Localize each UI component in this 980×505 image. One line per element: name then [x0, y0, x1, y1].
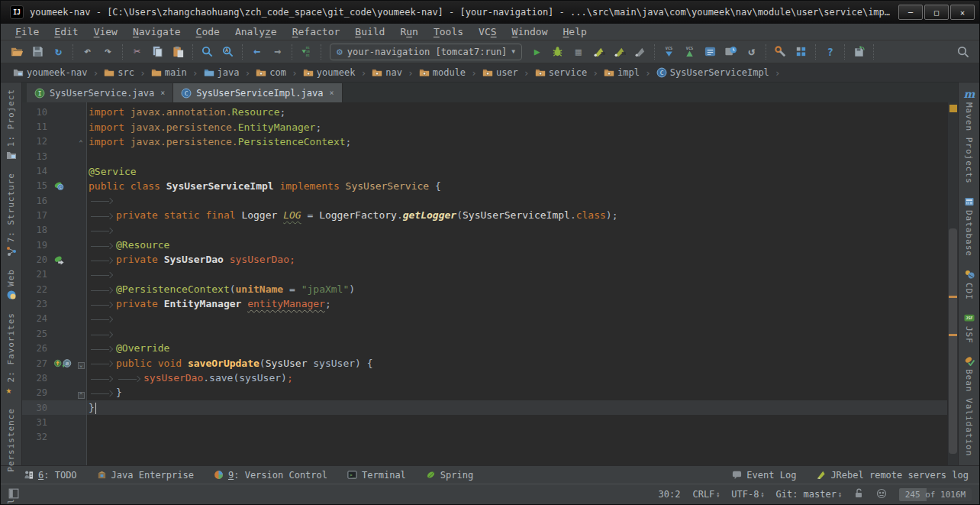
code-text[interactable]: @Override: [86, 342, 947, 354]
line-number[interactable]: 17: [22, 210, 53, 221]
menu-tools[interactable]: Tools: [427, 25, 470, 38]
line-number[interactable]: 18: [22, 225, 53, 235]
tool-window-button-maven-projects[interactable]: mMaven Projects: [964, 89, 975, 184]
copy-button[interactable]: [147, 43, 168, 61]
code-text[interactable]: public void saveOrUpdate(SysUser sysUser…: [86, 358, 947, 370]
code-text[interactable]: import javax.annotation.Resource;: [86, 106, 947, 118]
redo-button[interactable]: ↷: [98, 43, 118, 61]
tool-window-button-database[interactable]: Database: [964, 196, 975, 257]
code-line[interactable]: 19@Resource: [22, 238, 947, 252]
undo-button[interactable]: ↶: [77, 43, 98, 61]
line-ending-selector[interactable]: CRLF▲▼: [692, 489, 719, 500]
code-line[interactable]: 22@PersistenceContext(unitName = "jpaXml…: [22, 282, 947, 296]
code-line[interactable]: 13: [22, 149, 947, 163]
menu-view[interactable]: View: [87, 25, 124, 38]
code-line[interactable]: 29⌃}: [22, 386, 947, 400]
code-text[interactable]: sysUserDao.save(sysUser);: [86, 372, 947, 384]
breadcrumb-item-com[interactable]: com: [254, 67, 288, 78]
override-icon[interactable]: m: [53, 358, 74, 368]
jrebel-debug-button[interactable]: JR: [609, 43, 630, 61]
menu-build[interactable]: Build: [348, 25, 392, 38]
maximize-button[interactable]: □: [924, 5, 949, 20]
close-icon[interactable]: ×: [160, 89, 165, 97]
tool-window-button-6-todo[interactable]: 6: TODO: [24, 470, 77, 481]
menu-window[interactable]: Window: [505, 25, 555, 38]
line-number[interactable]: 24: [22, 313, 53, 324]
settings-button[interactable]: [770, 43, 791, 61]
breadcrumb-item-service[interactable]: service: [534, 67, 589, 78]
breadcrumb-item-user[interactable]: user: [481, 67, 520, 78]
line-number[interactable]: 11: [22, 121, 53, 132]
breadcrumb-item-sysuserserviceimpl[interactable]: CSysUserServiceImpl: [655, 67, 771, 78]
repository-button[interactable]: [700, 43, 720, 61]
line-number[interactable]: 19: [22, 240, 53, 251]
code-text[interactable]: [86, 328, 947, 340]
code-line[interactable]: 18: [22, 223, 947, 238]
help-button[interactable]: ?: [820, 43, 840, 61]
code-line[interactable]: 11import javax.persistence.EntityManager…: [22, 119, 947, 134]
tool-window-button-1-project[interactable]: 1: Project: [6, 89, 17, 160]
commit-button[interactable]: VCS: [679, 43, 700, 61]
tool-window-button-9-version-control[interactable]: 9: Version Control: [214, 470, 327, 481]
hotswap-button[interactable]: 011001: [296, 43, 317, 61]
menu-navigate[interactable]: Navigate: [126, 25, 188, 38]
code-text[interactable]: [86, 269, 947, 281]
code-line[interactable]: 24: [22, 312, 947, 326]
tool-window-button-2-favorites[interactable]: 2: Favorites★: [6, 312, 17, 396]
breadcrumb-item-impl[interactable]: impl: [602, 67, 641, 78]
breadcrumb-item-java[interactable]: java: [202, 67, 241, 78]
line-number[interactable]: 15: [22, 180, 53, 191]
line-number[interactable]: 23: [22, 299, 53, 309]
line-number[interactable]: 27: [22, 358, 53, 369]
tool-window-button-web[interactable]: Web: [6, 269, 17, 300]
tool-window-button-7-structure[interactable]: 7: Structure: [6, 173, 17, 256]
scrollbar-thumb[interactable]: [949, 228, 957, 454]
git-branch-selector[interactable]: Git: master▲▼: [776, 489, 842, 500]
project-structure-button[interactable]: [791, 43, 811, 61]
code-text[interactable]: import javax.persistence.PersistenceCont…: [86, 136, 947, 147]
tool-window-button-jrebel-remote-servers-log[interactable]: JRebel remote servers log: [816, 470, 969, 481]
code-editor[interactable]: 10import javax.annotation.Resource;11imp…: [22, 102, 947, 465]
code-text[interactable]: import javax.persistence.EntityManager;: [86, 121, 947, 133]
fold-marker[interactable]: ⌃: [76, 136, 86, 147]
tool-window-button-terminal[interactable]: >_Terminal: [347, 470, 406, 481]
code-line[interactable]: 20private SysUserDao sysUserDao;: [22, 252, 947, 267]
line-number[interactable]: 30: [22, 403, 53, 413]
code-line[interactable]: 14@Service: [22, 163, 947, 178]
debug-button[interactable]: [547, 43, 568, 61]
replace-button[interactable]: A: [218, 43, 238, 61]
code-line[interactable]: 17private static final Logger LOG = Logg…: [22, 208, 947, 222]
code-line[interactable]: 26@Override: [22, 342, 947, 356]
code-line[interactable]: 10import javax.annotation.Resource;: [22, 105, 947, 119]
close-button[interactable]: ✕: [950, 5, 975, 20]
run-button[interactable]: ▶: [527, 43, 547, 61]
line-number[interactable]: 16: [22, 196, 53, 206]
menu-vcs[interactable]: VCS: [472, 25, 503, 38]
inspection-indicator-icon[interactable]: [949, 105, 957, 112]
line-number[interactable]: 26: [22, 343, 53, 354]
code-text[interactable]: [86, 225, 947, 237]
line-number[interactable]: 21: [22, 269, 53, 280]
code-line[interactable]: 30}: [22, 400, 947, 415]
code-line[interactable]: 32: [22, 430, 947, 445]
save-all-button[interactable]: [27, 43, 48, 61]
synchronize-button[interactable]: ↻: [48, 43, 69, 61]
incoming-changes-button[interactable]: [720, 43, 741, 61]
breadcrumb-item-youmeek-nav[interactable]: youmeek-nav: [11, 67, 89, 78]
breadcrumb-item-nav[interactable]: nav: [370, 67, 404, 78]
code-text[interactable]: private SysUserDao sysUserDao;: [86, 254, 947, 266]
line-number[interactable]: 28: [22, 373, 53, 384]
back-button[interactable]: ←: [247, 43, 267, 61]
tool-window-button-el[interactable]: el: [6, 498, 16, 505]
code-text[interactable]: [86, 313, 947, 325]
line-number[interactable]: 13: [22, 151, 53, 162]
menu-help[interactable]: Help: [556, 25, 594, 38]
breadcrumb-item-youmeek[interactable]: youmeek: [301, 67, 357, 78]
menu-refactor[interactable]: Refactor: [285, 25, 347, 38]
tool-window-button-cdi[interactable]: CDI: [964, 269, 975, 300]
cut-button[interactable]: ✂: [127, 43, 147, 61]
breadcrumb-item-main[interactable]: main: [150, 67, 189, 78]
code-line[interactable]: 16: [22, 193, 947, 208]
code-text[interactable]: @PersistenceContext(unitName = "jpaXml"): [86, 283, 947, 296]
code-text[interactable]: private static final Logger LOG = Logger…: [86, 209, 947, 222]
